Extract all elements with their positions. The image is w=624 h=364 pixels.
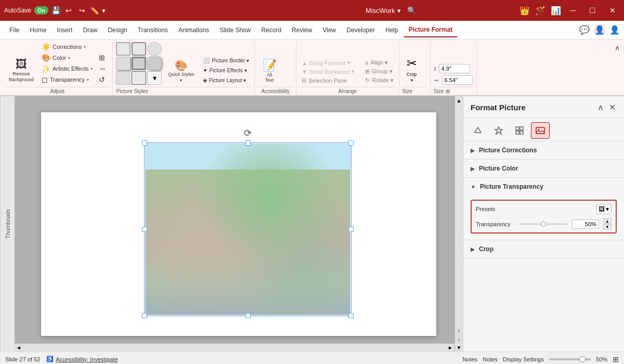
quick-styles-button[interactable]: 🎨 Quick Styles ▾ — [165, 58, 197, 85]
menubar-item-animations[interactable]: Animations — [173, 23, 214, 37]
reset-picture-button[interactable]: ↺ — [97, 74, 109, 85]
scroll-left-button[interactable]: ◄ — [15, 344, 23, 352]
undo-button[interactable]: ↩ — [63, 5, 74, 16]
restore-button[interactable]: ☐ — [585, 4, 600, 17]
group-button[interactable]: ⊞ Group ▾ — [363, 67, 395, 76]
scroll-down-button[interactable]: ▼ — [455, 343, 463, 352]
picture-transparency-header[interactable]: ▼ Picture Transparency — [463, 178, 624, 196]
tab-layout[interactable] — [510, 122, 529, 139]
redo-button[interactable]: ↪ — [77, 5, 87, 16]
menubar-item-transitions[interactable]: Transitions — [133, 23, 173, 37]
close-button[interactable]: ✕ — [605, 4, 620, 17]
display-settings-button[interactable]: Display Settings — [503, 356, 544, 362]
style-6[interactable] — [147, 57, 162, 70]
scroll-right-button[interactable]: ► — [446, 344, 454, 352]
alt-text-button[interactable]: 📝 AltText — [258, 58, 281, 85]
notes-label[interactable]: Notes — [483, 356, 498, 362]
send-backward-button[interactable]: ▼ Send Backward ▾ — [300, 67, 357, 76]
style-7[interactable] — [116, 71, 131, 85]
style-chevron-down[interactable]: ▾ — [147, 71, 162, 85]
tab-effects[interactable] — [489, 122, 508, 139]
menubar-item-home[interactable]: Home — [24, 23, 51, 37]
transparency-slider[interactable] — [519, 223, 568, 225]
minimize-button[interactable]: ─ — [566, 4, 580, 17]
size-group-expand-icon[interactable]: ⊞ — [446, 88, 450, 94]
presets-button[interactable]: 🖼 ▾ — [596, 204, 612, 214]
fit-slide-button[interactable]: ⊞ — [613, 355, 619, 363]
menubar-item-review[interactable]: Review — [287, 23, 317, 37]
crop-button[interactable]: ✂ Crop ▾ — [402, 54, 421, 85]
ribbon-collapse-button[interactable]: ∧ — [613, 42, 622, 95]
zoom-slider[interactable] — [549, 358, 591, 360]
slide-image[interactable] — [145, 144, 350, 315]
remove-background-button[interactable]: 🖼 Remove Background — [5, 57, 37, 85]
bring-forward-button[interactable]: ▲ Bring Forward ▾ — [300, 58, 357, 67]
corrections-dropdown[interactable]: ▾ — [84, 45, 86, 49]
pen-icon[interactable]: ✏️ — [90, 7, 99, 15]
height-input[interactable]: 4.9" — [439, 64, 470, 73]
rotate-handle[interactable]: ⟳ — [244, 127, 252, 139]
crop-header[interactable]: ▶ Crop — [463, 240, 624, 258]
width-input[interactable]: 6.54" — [442, 75, 473, 85]
color-dropdown[interactable]: ▾ — [68, 56, 70, 60]
rotate-button[interactable]: ↻ Rotate ▾ — [363, 76, 395, 85]
file-dropdown-arrow[interactable]: ▾ — [397, 7, 401, 15]
color-button[interactable]: 🎨 Color ▾ — [40, 53, 95, 63]
artistic-effects-dropdown[interactable]: ▾ — [90, 67, 93, 71]
style-8[interactable] — [132, 71, 146, 85]
save-icon[interactable]: 💾 — [51, 6, 60, 15]
menubar-item-picture-format[interactable]: Picture Format — [404, 23, 458, 37]
menubar-item-insert[interactable]: Insert — [51, 23, 77, 37]
quick-styles-dropdown[interactable]: ▾ — [180, 78, 182, 83]
menubar-item-developer[interactable]: Developer — [341, 23, 380, 37]
transparency-increment-button[interactable]: ▲ — [603, 218, 612, 224]
scroll-up-button[interactable]: ▲ — [455, 96, 463, 105]
transparency-button[interactable]: ◻ Transparency ▾ — [40, 74, 95, 85]
picture-color-header[interactable]: ▶ Picture Color — [463, 160, 624, 177]
scroll-down-1-button[interactable]: ↑ — [455, 327, 463, 335]
style-1[interactable] — [116, 42, 131, 56]
menubar-item-view[interactable]: View — [317, 23, 341, 37]
picture-corrections-header[interactable]: ▶ Picture Corrections — [463, 141, 624, 159]
menubar-item-record[interactable]: Record — [256, 23, 287, 37]
corrections-button[interactable]: ☀️ Corrections ▾ — [40, 42, 95, 52]
menubar-item-draw[interactable]: Draw — [77, 23, 102, 37]
send-backward-dropdown[interactable]: ▾ — [352, 68, 355, 75]
presets-dropdown[interactable]: ▾ — [606, 205, 609, 213]
panel-collapse-button[interactable]: ∧ — [596, 101, 605, 113]
picture-effects-button[interactable]: ✦ Picture Effects ▾ — [201, 66, 252, 75]
scroll-down-2-button[interactable]: ↓ — [455, 335, 463, 343]
thumbnails-panel[interactable]: Thumbnails — [0, 96, 15, 352]
style-3[interactable] — [147, 42, 162, 56]
panel-close-button[interactable]: ✕ — [608, 101, 617, 113]
user-icon[interactable]: 👤 — [594, 24, 605, 36]
autosave-toggle[interactable]: On — [34, 6, 48, 15]
bring-forward-dropdown[interactable]: ▾ — [347, 59, 350, 66]
comments-icon[interactable]: 💬 — [579, 25, 590, 35]
style-2[interactable] — [132, 42, 146, 56]
search-icon[interactable]: 🔍 — [407, 6, 416, 15]
customize-icon[interactable]: ▾ — [102, 7, 106, 15]
transparency-decrement-button[interactable]: ▼ — [603, 224, 612, 229]
transparency-value-input[interactable] — [572, 219, 599, 229]
selection-pane-button[interactable]: ⊟ Selection Pane — [300, 76, 357, 85]
crop-dropdown[interactable]: ▾ — [411, 78, 413, 83]
zoom-thumb[interactable] — [579, 356, 586, 362]
style-5[interactable] — [132, 57, 146, 70]
align-button[interactable]: ≡ Align ▾ — [363, 58, 395, 67]
accessibility-label[interactable]: Accessibility: Investigate — [56, 356, 118, 362]
transparency-dropdown[interactable]: ▾ — [87, 77, 89, 82]
notes-button[interactable]: Notes — [463, 356, 478, 362]
artistic-effects-button[interactable]: ✨ Artistic Effects ▾ — [40, 63, 95, 74]
menubar-item-help[interactable]: Help — [380, 23, 404, 37]
menubar-item-file[interactable]: File — [4, 23, 24, 37]
tab-picture[interactable] — [531, 122, 550, 139]
style-4[interactable] — [116, 57, 131, 70]
compress-pictures-button[interactable]: ⊞ — [97, 53, 109, 63]
share-icon[interactable]: 👤 — [609, 25, 620, 35]
menubar-item-design[interactable]: Design — [102, 23, 132, 37]
menubar-item-slideshow[interactable]: Slide Show — [214, 23, 256, 37]
tab-fill-line[interactable] — [469, 122, 487, 139]
picture-border-button[interactable]: ⬜ Picture Border ▾ — [201, 56, 252, 65]
picture-layout-button[interactable]: ◈ Picture Layout ▾ — [201, 76, 252, 85]
